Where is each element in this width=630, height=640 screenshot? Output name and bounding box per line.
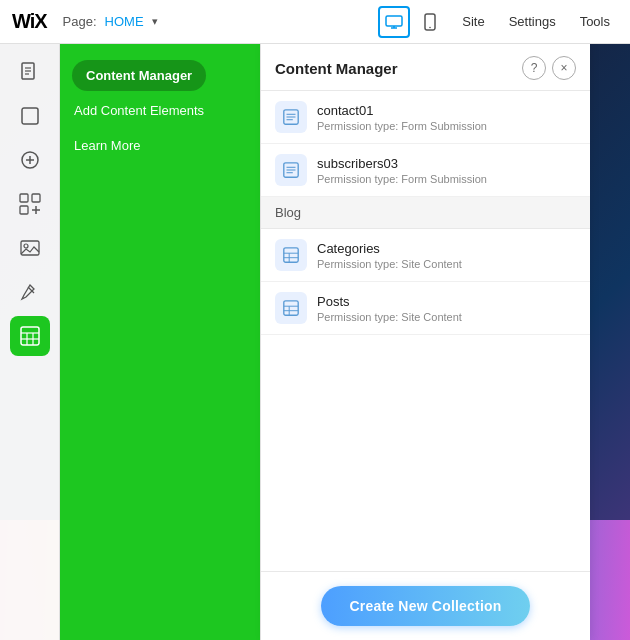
blog-section-header: Blog [261,197,590,229]
collection-item-posts[interactable]: Posts Permission type: Site Content [261,282,590,335]
close-button[interactable]: × [552,56,576,80]
chevron-down-icon[interactable]: ▾ [152,15,158,28]
svg-rect-0 [386,16,402,26]
svg-rect-21 [21,327,39,345]
sidebar [0,44,60,640]
desktop-view-button[interactable] [378,6,410,38]
sidebar-icon-table[interactable] [10,316,50,356]
main-area: EXPERIENC [0,44,630,640]
collection-item-categories[interactable]: Categories Permission type: Site Content [261,229,590,282]
topbar: WiX Page: HOME ▾ Site Settings Tools [0,0,630,44]
svg-point-19 [24,244,28,248]
collection-name: Posts [317,294,462,309]
collections-list: contact01 Permission type: Form Submissi… [261,91,590,571]
page-label: Page: [63,14,97,29]
settings-nav-link[interactable]: Settings [501,14,564,29]
collection-icon-grid [275,239,307,271]
svg-rect-38 [284,301,298,315]
collection-icon-list [275,101,307,133]
mobile-view-button[interactable] [414,6,446,38]
collection-icon-list-2 [275,154,307,186]
collection-permission: Permission type: Site Content [317,311,462,323]
collection-permission: Permission type: Site Content [317,258,462,270]
wix-logo: WiX [12,10,47,33]
site-nav-link[interactable]: Site [454,14,492,29]
collection-name: contact01 [317,103,487,118]
sidebar-icon-media[interactable] [10,228,50,268]
collection-item-subscribers03[interactable]: subscribers03 Permission type: Form Subm… [261,144,590,197]
svg-point-4 [429,26,431,28]
sidebar-icon-pen[interactable] [10,272,50,312]
collection-name: Categories [317,241,462,256]
content-manager-footer: Create New Collection [261,571,590,640]
svg-rect-15 [20,206,28,214]
collection-name: subscribers03 [317,156,487,171]
svg-rect-13 [20,194,28,202]
content-manager-button[interactable]: Content Manager [72,60,206,91]
collection-item-contact01[interactable]: contact01 Permission type: Form Submissi… [261,91,590,144]
green-panel: Content Manager Add Content Elements Lea… [60,44,260,640]
header-icons: ? × [522,56,576,80]
tools-nav-link[interactable]: Tools [572,14,618,29]
svg-rect-34 [284,248,298,262]
learn-more-link[interactable]: Learn More [72,130,248,161]
content-manager-header: Content Manager ? × [261,44,590,91]
topbar-view-icons [378,6,446,38]
sidebar-icon-square[interactable] [10,96,50,136]
collection-info-contact01: contact01 Permission type: Form Submissi… [317,103,487,132]
svg-rect-18 [21,241,39,255]
add-content-elements-link[interactable]: Add Content Elements [72,95,248,126]
collection-permission: Permission type: Form Submission [317,173,487,185]
page-home-link[interactable]: HOME [105,14,144,29]
content-manager-panel: Content Manager ? × contact01 [260,44,590,640]
svg-rect-14 [32,194,40,202]
collection-info-posts: Posts Permission type: Site Content [317,294,462,323]
sidebar-icon-add-section[interactable] [10,184,50,224]
collection-icon-grid-2 [275,292,307,324]
help-button[interactable]: ? [522,56,546,80]
create-new-collection-button[interactable]: Create New Collection [321,586,529,626]
collection-info-subscribers03: subscribers03 Permission type: Form Subm… [317,156,487,185]
collection-permission: Permission type: Form Submission [317,120,487,132]
svg-rect-9 [22,108,38,124]
sidebar-icon-document[interactable] [10,52,50,92]
sidebar-icon-add[interactable] [10,140,50,180]
content-manager-title: Content Manager [275,60,398,77]
collection-info-categories: Categories Permission type: Site Content [317,241,462,270]
